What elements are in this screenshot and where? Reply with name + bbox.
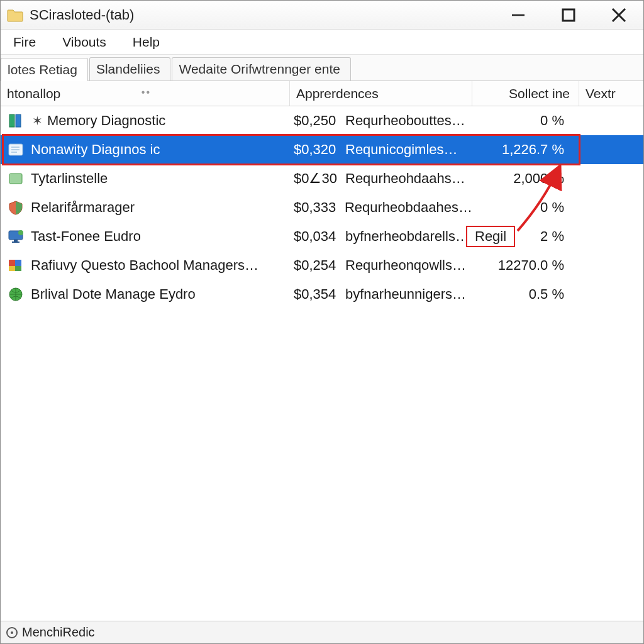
svg-rect-1: [563, 9, 574, 21]
monitor-icon: [7, 229, 25, 244]
app-icon: [7, 171, 25, 186]
menu-help[interactable]: Help: [129, 32, 164, 52]
row-name: Brlival Dote Manage Eydro: [31, 286, 196, 303]
row-pct: 0 %: [472, 113, 579, 129]
statusbar-text: MenchiRedic: [22, 625, 95, 640]
minimize-button[interactable]: [504, 5, 533, 25]
table-row[interactable]: Rafiuvy Questo Bachool Managers… $0,254R…: [1, 251, 643, 280]
svg-rect-12: [14, 240, 18, 242]
row-desc: byfnarheunnigers…: [345, 286, 466, 303]
row-pct: 0.5 %: [472, 286, 579, 303]
svg-point-21: [11, 631, 13, 634]
svg-rect-13: [12, 242, 19, 243]
window-title: SCirasloted-(tab): [30, 7, 504, 23]
document-icon: [7, 142, 25, 157]
row-desc: Requnicogimles…: [345, 142, 458, 158]
row-amount: $0,354: [294, 286, 345, 303]
row-amount: $0∠30: [294, 170, 345, 187]
menu-vibouts[interactable]: Vibouts: [58, 32, 110, 52]
close-icon: [609, 6, 628, 25]
globe-icon: [7, 287, 25, 302]
row-desc: Requrheonqowlls…: [345, 257, 466, 274]
svg-line-3: [613, 9, 625, 21]
menu-fire[interactable]: Fire: [9, 32, 40, 52]
row-amount: $0,034: [294, 228, 345, 245]
memory-icon: [7, 113, 25, 128]
column-header-name-label: htonallop: [7, 86, 60, 101]
row-desc: Requrheohdaahs…: [345, 170, 465, 187]
column-header-soll[interactable]: Sollect ine: [472, 81, 579, 106]
maximize-icon: [560, 7, 577, 23]
row-desc: byfnerheobdarells…: [345, 228, 469, 245]
drag-handle-icon[interactable]: ••: [142, 87, 151, 101]
titlebar: SCirasloted-(tab): [1, 1, 643, 30]
statusbar: MenchiRedic: [1, 621, 643, 643]
row-name: Tast-Fonee Eudro: [31, 228, 141, 245]
row-pct: 12270.0 %: [472, 257, 579, 274]
puzzle-icon: [7, 258, 25, 273]
table-row[interactable]: Brlival Dote Manage Eydro $0,354byfnarhe…: [1, 280, 643, 309]
list-body: ✶ Memory Diagnostic $0,250Requrheoboutte…: [1, 106, 643, 621]
table-row[interactable]: Tast-Fonee Eudro $0,034byfnerheobdarells…: [1, 222, 643, 251]
svg-rect-18: [15, 266, 21, 271]
row-amount: $0,254: [294, 257, 345, 274]
minimize-icon: [509, 6, 527, 24]
row-name: Nonawity Diagınos ic: [31, 142, 160, 158]
row-pct: 0 %: [472, 199, 579, 216]
svg-point-14: [18, 230, 23, 235]
table-row[interactable]: ✶ Memory Diagnostic $0,250Requrheoboutte…: [1, 106, 643, 135]
tab-lotes-retiag[interactable]: lotes Retiag: [1, 58, 88, 81]
column-header-app[interactable]: Apprerdences: [290, 81, 472, 106]
tab-wedaite[interactable]: Wedaite Orifwtrennger ente: [172, 57, 350, 80]
table-row[interactable]: Relarifårmarager $0,333Requrheobdaahes… …: [1, 193, 643, 222]
folder-icon: [7, 8, 23, 22]
table-row[interactable]: Nonawity Diagınos ic $0,320Requnicogimle…: [1, 135, 643, 164]
annotation-callout-label: Regil: [466, 226, 515, 247]
status-icon: [6, 626, 18, 639]
column-header-name[interactable]: htonallop ••: [1, 81, 290, 106]
column-headers: htonallop •• Apprerdences Sollect ine Ve…: [1, 81, 643, 106]
svg-rect-10: [9, 174, 22, 184]
row-glyph: ✶: [31, 113, 43, 128]
row-name: Relarifårmarager: [31, 199, 135, 216]
row-desc: Requrheobouttes…: [345, 113, 465, 129]
row-desc: Requrheobdaahes…: [345, 199, 472, 216]
svg-rect-4: [9, 114, 14, 127]
row-name: Tytarlinstelle: [31, 170, 108, 187]
svg-rect-5: [16, 114, 21, 127]
row-pct: 2,000 %: [472, 170, 579, 187]
svg-line-2: [613, 9, 625, 21]
menubar: Fire Vibouts Help: [1, 30, 643, 55]
window-controls: [504, 5, 640, 25]
close-button[interactable]: [604, 5, 633, 25]
maximize-button[interactable]: [554, 5, 583, 25]
tab-slandeliies[interactable]: Slandeliies: [89, 57, 171, 80]
row-amount: $0,250: [294, 113, 345, 129]
row-pct: 1,226.7 %: [472, 142, 579, 158]
svg-rect-17: [9, 266, 15, 271]
svg-rect-16: [15, 260, 21, 266]
svg-rect-15: [9, 260, 15, 266]
shield-icon: [7, 200, 25, 215]
row-name: Rafiuvy Questo Bachool Managers…: [31, 257, 258, 274]
row-name: Memory Diagnostic: [47, 113, 165, 129]
row-amount: $0,320: [294, 142, 345, 158]
column-header-vex[interactable]: Vextr: [579, 81, 643, 106]
table-row[interactable]: Tytarlinstelle $0∠30Requrheohdaahs… 2,00…: [1, 164, 643, 193]
tab-row: lotes Retiag Slandeliies Wedaite Orifwtr…: [1, 55, 643, 81]
row-amount: $0,333: [294, 199, 345, 216]
app-window: SCirasloted-(tab) Fire Vibouts Help lote…: [0, 0, 644, 644]
